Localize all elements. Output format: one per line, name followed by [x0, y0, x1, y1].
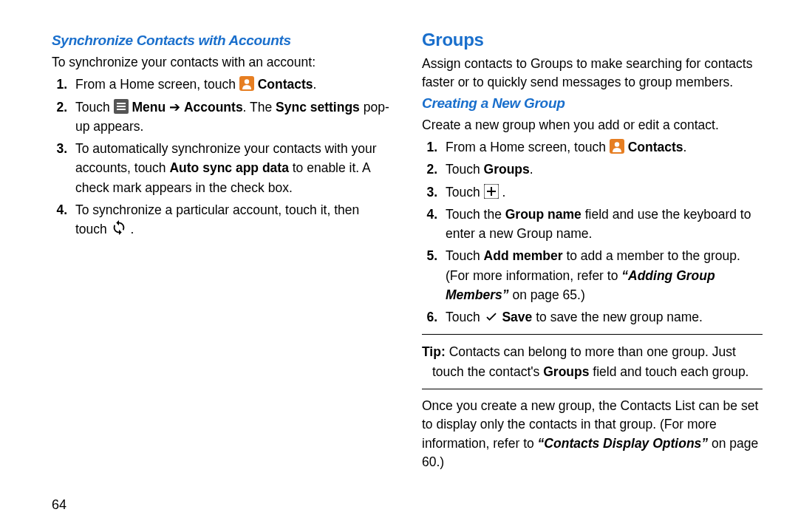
- text: . The: [243, 100, 276, 115]
- svg-rect-3: [117, 103, 126, 104]
- groups-intro: Assign contacts to Groups to make search…: [422, 55, 763, 92]
- gstep-1: From a Home screen, touch Contacts.: [441, 137, 763, 157]
- step-2: Touch Menu ➔ Accounts. The Sync settings…: [71, 98, 392, 137]
- tip-label: Tip:: [422, 344, 446, 359]
- text: Auto sync app data: [169, 160, 288, 175]
- gstep-6: Touch Save to save the new group name.: [441, 307, 763, 327]
- divider: [422, 334, 763, 335]
- text: Group name: [505, 207, 582, 222]
- check-icon: [484, 309, 499, 324]
- contacts-icon: [610, 139, 624, 154]
- sync-icon: [111, 219, 127, 236]
- svg-rect-4: [117, 106, 126, 107]
- sync-steps: From a Home screen, touch Contacts. Touc…: [52, 75, 392, 239]
- text: Touch the: [446, 207, 505, 222]
- page-number: 64: [52, 497, 66, 513]
- menu-icon: [114, 99, 129, 114]
- svg-point-7: [615, 142, 619, 146]
- plus-icon: [484, 184, 499, 199]
- text: Menu: [132, 100, 166, 115]
- sync-heading: Synchronize Contacts with Accounts: [52, 33, 392, 49]
- text: From a Home screen, touch: [75, 77, 239, 92]
- gstep-4: Touch the Group name field and use the k…: [441, 205, 763, 244]
- svg-rect-10: [487, 191, 496, 192]
- right-column: Groups Assign contacts to Groups to make…: [422, 30, 763, 517]
- text: field and touch each group.: [589, 364, 748, 379]
- gstep-3: Touch .: [441, 183, 763, 202]
- text: .: [502, 185, 505, 200]
- creating-group-intro: Create a new group when you add or edit …: [422, 116, 763, 134]
- arrow-icon: ➔: [166, 100, 184, 115]
- text: on page 65.): [509, 287, 585, 302]
- text: Add member: [484, 248, 563, 263]
- text: Contacts: [628, 140, 683, 154]
- gstep-2: Touch Groups.: [441, 160, 763, 179]
- text: to save the new group name.: [532, 310, 703, 324]
- text: Touch: [446, 310, 484, 324]
- text: .: [530, 162, 533, 177]
- groups-heading: Groups: [422, 30, 763, 50]
- svg-rect-5: [117, 109, 126, 110]
- text: Touch: [446, 248, 484, 263]
- closing-paragraph: Once you create a new group, the Contact…: [422, 397, 763, 472]
- contacts-icon: [239, 76, 254, 91]
- text: Groups: [543, 364, 589, 379]
- step-1: From a Home screen, touch Contacts.: [71, 75, 392, 94]
- text: From a Home screen, touch: [446, 140, 610, 154]
- text: .: [131, 222, 134, 236]
- text: Groups: [484, 162, 530, 177]
- sync-intro: To synchronize your contacts with an acc…: [52, 53, 392, 72]
- text: Accounts: [184, 100, 243, 115]
- text: .: [683, 140, 687, 154]
- left-column: Synchronize Contacts with Accounts To sy…: [52, 30, 392, 517]
- xref: “Contacts Display Options”: [538, 436, 708, 451]
- gstep-5: Touch Add member to add a member to the …: [441, 246, 763, 304]
- step-4: To synchronize a particular account, tou…: [71, 200, 392, 239]
- text: Touch: [446, 162, 484, 177]
- text: .: [313, 77, 317, 92]
- creating-group-steps: From a Home screen, touch Contacts. Touc…: [422, 137, 763, 327]
- step-3: To automatically synchronize your contac…: [71, 139, 392, 197]
- divider: [422, 389, 763, 389]
- text: Touch: [446, 185, 484, 200]
- text: Sync settings: [276, 100, 360, 115]
- svg-point-1: [245, 80, 249, 84]
- text: Contacts: [258, 77, 313, 92]
- tip-note: Tip: Contacts can belong to more than on…: [422, 342, 763, 381]
- creating-group-heading: Creating a New Group: [422, 95, 763, 112]
- text: Save: [502, 310, 532, 324]
- text: Touch: [75, 100, 114, 115]
